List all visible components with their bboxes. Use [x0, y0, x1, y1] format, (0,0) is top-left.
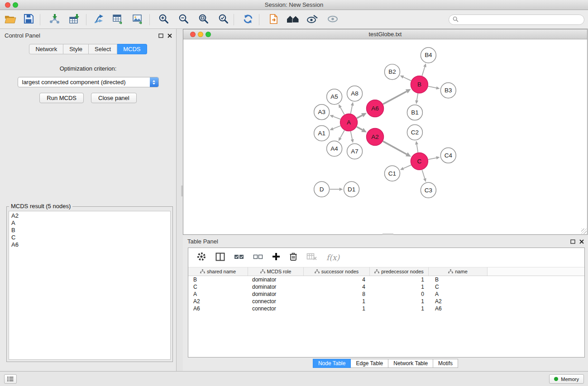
- graph-edge[interactable]: [340, 130, 344, 138]
- result-item[interactable]: A6: [9, 241, 170, 248]
- delete-table-button[interactable]: [306, 253, 317, 262]
- zoom-selected-button[interactable]: [215, 13, 231, 27]
- graph-node-A3[interactable]: A3: [314, 105, 330, 120]
- task-history-button[interactable]: [4, 374, 17, 384]
- graph-node-B2[interactable]: B2: [385, 64, 400, 80]
- criterion-dropdown[interactable]: largest connected component (directed): [18, 77, 159, 87]
- float-panel-icon[interactable]: [158, 33, 164, 38]
- graph-edge[interactable]: [417, 144, 418, 152]
- graph-edge[interactable]: [428, 158, 436, 160]
- export-network-button[interactable]: [91, 13, 106, 27]
- graph-node-A8[interactable]: A8: [347, 86, 363, 101]
- table-row[interactable]: A2connector11A2: [188, 298, 584, 305]
- memory-button[interactable]: Memory: [549, 374, 584, 384]
- tab-select[interactable]: Select: [89, 44, 117, 54]
- graph-edge[interactable]: [417, 93, 418, 100]
- export-table-button[interactable]: [110, 13, 126, 27]
- graph-edge[interactable]: [422, 170, 425, 178]
- graph-node-A6[interactable]: A6: [367, 100, 384, 117]
- graph-node-D[interactable]: D: [314, 181, 330, 197]
- network-close-button[interactable]: [190, 32, 196, 37]
- tab-mcds[interactable]: MCDS: [117, 44, 147, 54]
- graph-edge[interactable]: [351, 131, 353, 139]
- tab-style[interactable]: Style: [63, 44, 89, 54]
- table-row[interactable]: A6connector11A6: [188, 305, 584, 312]
- result-item[interactable]: A2: [9, 212, 170, 219]
- tab-network-table[interactable]: Network Table: [388, 359, 433, 368]
- column-header[interactable]: name: [429, 267, 488, 276]
- graphics-details-button[interactable]: [285, 13, 301, 27]
- graph-edge[interactable]: [357, 115, 362, 118]
- graph-edge[interactable]: [340, 107, 344, 114]
- zoom-fit-button[interactable]: [196, 13, 211, 27]
- network-zoom-button[interactable]: [206, 32, 211, 37]
- tab-node-table[interactable]: Node Table: [313, 359, 351, 368]
- search-input[interactable]: [461, 17, 580, 23]
- graph-node-C3[interactable]: C3: [421, 182, 436, 198]
- graph-edge[interactable]: [351, 105, 353, 114]
- graph-edge[interactable]: [333, 116, 340, 119]
- export-image-button[interactable]: [130, 13, 146, 27]
- graph-edge[interactable]: [422, 67, 425, 76]
- graph-node-C2[interactable]: C2: [407, 125, 422, 140]
- column-header[interactable]: successor nodes: [304, 267, 370, 276]
- column-header[interactable]: MCDS role: [248, 267, 304, 276]
- mcds-result-list[interactable]: A2ABCA6: [9, 211, 171, 360]
- network-minimize-button[interactable]: [198, 32, 203, 37]
- run-mcds-button[interactable]: Run MCDS: [39, 93, 84, 103]
- table-row[interactable]: Adominator80A: [188, 291, 584, 298]
- network-canvas[interactable]: B4B2BB3A5A8A6B1A3AC2A1A2A4A7C4CC1C3DD1: [183, 40, 587, 234]
- select-all-button[interactable]: [234, 253, 244, 262]
- result-item[interactable]: B: [9, 227, 170, 234]
- graph-edge[interactable]: [383, 91, 406, 104]
- graph-node-A4[interactable]: A4: [327, 141, 342, 156]
- graph-edge[interactable]: [357, 127, 362, 130]
- import-network-button[interactable]: [47, 13, 62, 27]
- graph-node-B3[interactable]: B3: [440, 83, 456, 98]
- graph-node-C[interactable]: C: [411, 152, 428, 170]
- zoom-out-button[interactable]: [176, 13, 191, 27]
- tab-edge-table[interactable]: Edge Table: [351, 359, 388, 368]
- close-panel-icon[interactable]: [167, 33, 172, 38]
- graph-node-A2[interactable]: A2: [367, 129, 384, 146]
- result-item[interactable]: A: [9, 219, 170, 227]
- graph-node-C1[interactable]: C1: [385, 166, 400, 181]
- graph-edge[interactable]: [428, 86, 436, 88]
- graph-node-A5[interactable]: A5: [327, 89, 342, 105]
- column-header[interactable]: predecessor nodes: [370, 267, 429, 276]
- graph-node-B1[interactable]: B1: [407, 105, 422, 120]
- table-row[interactable]: Bdominator41B: [188, 276, 584, 283]
- table-settings-button[interactable]: [196, 252, 206, 263]
- search-box[interactable]: [449, 14, 584, 25]
- table-row[interactable]: Cdominator41C: [188, 283, 584, 291]
- graph-edge[interactable]: [333, 126, 340, 129]
- graph-edge[interactable]: [383, 141, 406, 154]
- show-hide-view-button[interactable]: [325, 13, 340, 27]
- open-session-button[interactable]: [3, 13, 18, 27]
- graph-node-B4[interactable]: B4: [421, 48, 436, 63]
- toggle-columns-button[interactable]: [215, 253, 225, 263]
- close-table-panel-icon[interactable]: [578, 238, 584, 244]
- function-builder-button[interactable]: f(x): [326, 253, 339, 262]
- import-table-button[interactable]: [67, 13, 82, 27]
- graph-edge[interactable]: [403, 77, 411, 81]
- scrollbar-stub-vertical[interactable]: [181, 186, 183, 196]
- column-header[interactable]: shared name: [188, 267, 248, 276]
- graph-node-A1[interactable]: A1: [314, 126, 330, 141]
- add-column-button[interactable]: [272, 253, 280, 262]
- graph-node-C4[interactable]: C4: [440, 148, 456, 163]
- save-session-button[interactable]: [21, 13, 36, 27]
- refresh-button[interactable]: [240, 13, 256, 27]
- float-table-panel-icon[interactable]: [570, 238, 576, 244]
- deselect-all-button[interactable]: [253, 253, 263, 262]
- graph-node-A7[interactable]: A7: [347, 143, 363, 159]
- tab-network[interactable]: Network: [29, 44, 63, 54]
- close-panel-button[interactable]: Close panel: [91, 93, 137, 103]
- resize-grip[interactable]: [581, 229, 587, 234]
- network-graph[interactable]: B4B2BB3A5A8A6B1A3AC2A1A2A4A7C4CC1C3DD1: [183, 40, 587, 234]
- network-window-titlebar[interactable]: testGlobe.txt: [183, 29, 587, 39]
- graph-node-D1[interactable]: D1: [344, 181, 359, 197]
- result-item[interactable]: C: [9, 234, 170, 241]
- graph-node-A[interactable]: A: [340, 114, 358, 131]
- titlebar[interactable]: Session: New Session: [0, 0, 588, 10]
